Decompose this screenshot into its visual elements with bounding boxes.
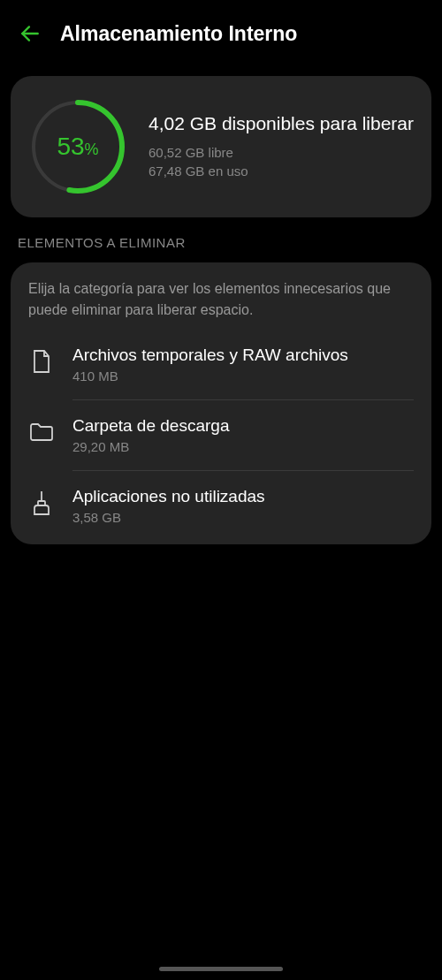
item-size: 29,20 MB [72, 439, 414, 454]
usage-gauge: 53% [28, 97, 127, 196]
storage-headline: 4,02 GB disponibles para liberar [149, 113, 414, 134]
item-title: Carpeta de descarga [72, 416, 414, 436]
folder-icon [28, 419, 55, 445]
back-button[interactable] [18, 21, 42, 46]
list-item-download-folder[interactable]: Carpeta de descarga 29,20 MB [28, 400, 414, 471]
header: Almacenamiento Interno [0, 0, 442, 67]
item-size: 3,58 GB [72, 510, 414, 525]
page-title: Almacenamiento Interno [60, 22, 297, 46]
item-size: 410 MB [72, 368, 414, 384]
file-icon [28, 348, 55, 375]
section-description: Elija la categoría para ver los elemento… [28, 278, 414, 321]
list-item-temp-files[interactable]: Archivos temporales y RAW archivos 410 M… [28, 330, 414, 400]
item-title: Archivos temporales y RAW archivos [72, 346, 414, 365]
gauge-percent-label: 53% [57, 133, 98, 161]
cleanup-list-card: Elija la categoría para ver los elemento… [11, 262, 431, 544]
list-item-unused-apps[interactable]: Aplicaciones no utilizadas 3,58 GB [28, 471, 414, 541]
storage-summary-card: 53% 4,02 GB disponibles para liberar 60,… [11, 76, 431, 217]
storage-free: 60,52 GB libre [149, 143, 414, 162]
broom-icon [28, 490, 55, 516]
storage-used: 67,48 GB en uso [149, 162, 414, 180]
home-indicator[interactable] [159, 967, 283, 971]
section-title: ELEMENTOS A ELIMINAR [18, 235, 424, 250]
item-title: Aplicaciones no utilizadas [72, 487, 414, 506]
